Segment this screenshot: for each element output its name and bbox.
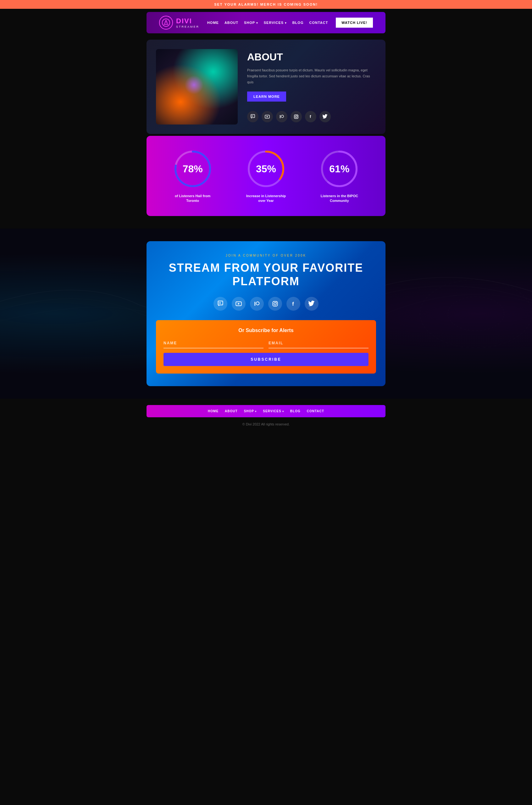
logo-sub: STREAMER [176, 25, 200, 28]
stream-instagram-icon[interactable] [268, 297, 282, 311]
footer-copyright: © Divi 2022 All rights reserved. [0, 417, 532, 431]
svg-marker-28 [238, 303, 240, 305]
banner-text: SET YOUR ALARMS! MERCH IS COMING SOON! [214, 2, 318, 6]
stat-value-1: 78% [183, 163, 203, 175]
svg-point-22 [448, 296, 504, 330]
subscribe-fields [164, 338, 368, 348]
stat-label-1: of Listeners Hail from Toronto [172, 194, 213, 204]
logo-main: DIVI [176, 17, 200, 25]
footer-nav-services[interactable]: SERVICES [263, 409, 284, 413]
stat-label-2: Increase in Listenership over Year [246, 194, 286, 204]
about-image [156, 49, 238, 124]
email-input[interactable] [268, 338, 368, 348]
about-section: ABOUT Praesent faucibus posuere turpis e… [147, 40, 385, 134]
nav-shop[interactable]: SHOP [244, 21, 258, 24]
footer-nav-blog[interactable]: BLOG [290, 409, 301, 413]
stat-item-2: 35% Increase in Listenership over Year [246, 149, 286, 204]
svg-rect-31 [273, 302, 278, 306]
watch-live-button[interactable]: WATCH LIVE! [336, 18, 373, 28]
main-nav: HOME ABOUT SHOP SERVICES BLOG CONTACT [207, 21, 328, 24]
logo: DIVI STREAMER [159, 16, 200, 30]
svg-point-9 [281, 115, 284, 118]
svg-point-32 [274, 303, 277, 305]
stream-title: STREAM FROM YOUR FAVORITE PLATFORM [156, 261, 376, 288]
stream-facebook-icon[interactable]: f [286, 297, 300, 311]
nav-contact[interactable]: CONTACT [309, 21, 328, 24]
svg-point-29 [256, 302, 260, 305]
stat-item-1: 78% of Listeners Hail from Toronto [172, 149, 213, 204]
svg-text:f: f [310, 114, 311, 119]
name-input[interactable] [164, 338, 264, 348]
logo-text: DIVI STREAMER [176, 17, 200, 28]
instagram-icon[interactable] [290, 111, 302, 122]
stat-circle-2: 35% [246, 149, 286, 189]
svg-point-21 [420, 280, 532, 348]
stream-youtube-icon[interactable] [232, 297, 246, 311]
subscribe-box: Or Subscribe for Alerts SUBSCRIBE [156, 320, 376, 373]
subscribe-title: Or Subscribe for Alerts [164, 328, 368, 333]
stat-label-3: Listeners in the BIPOC Community [319, 194, 360, 204]
svg-text:f: f [292, 301, 294, 307]
stream-twitter-icon[interactable] [305, 297, 319, 311]
stat-item-3: 61% Listeners in the BIPOC Community [319, 149, 360, 204]
nav-services[interactable]: SERVICES [264, 21, 287, 24]
nav-about[interactable]: ABOUT [225, 21, 238, 24]
top-banner: SET YOUR ALARMS! MERCH IS COMING SOON! [0, 0, 532, 9]
header: DIVI STREAMER HOME ABOUT SHOP SERVICES B… [147, 12, 385, 33]
footer-nav-about[interactable]: ABOUT [225, 409, 238, 413]
svg-point-13 [297, 115, 298, 116]
about-content: ABOUT Praesent faucibus posuere turpis e… [247, 51, 376, 122]
youtube-icon[interactable] [262, 111, 273, 122]
learn-more-button[interactable]: LEARN MORE [247, 92, 286, 101]
svg-point-12 [295, 116, 297, 118]
subscribe-button[interactable]: SUBSCRIBE [164, 353, 368, 366]
nav-home[interactable]: HOME [207, 21, 219, 24]
svg-marker-8 [267, 116, 268, 117]
footer-nav-shop[interactable]: SHOP [244, 409, 257, 413]
stat-value-2: 35% [256, 163, 276, 175]
twitch-icon[interactable] [247, 111, 259, 122]
footer-nav: HOME ABOUT SHOP SERVICES BLOG CONTACT [147, 405, 385, 417]
logo-icon [159, 16, 173, 30]
footer-nav-home[interactable]: HOME [208, 409, 218, 413]
stat-circle-1: 78% [172, 149, 213, 189]
about-social-icons: f [247, 111, 376, 122]
nav-blog[interactable]: BLOG [292, 21, 304, 24]
footer-nav-contact[interactable]: CONTACT [307, 409, 324, 413]
stat-value-3: 61% [329, 163, 349, 175]
stream-patreon-icon[interactable] [250, 297, 264, 311]
stream-section: JOIN A COMMUNITY OF OVER 200K STREAM FRO… [147, 241, 385, 386]
svg-marker-26 [218, 305, 220, 306]
about-title: ABOUT [247, 51, 376, 63]
stats-section: 78% of Listeners Hail from Toronto 35% I… [147, 136, 385, 216]
twitter-icon[interactable] [320, 111, 331, 122]
facebook-icon[interactable]: f [305, 111, 316, 122]
patreon-icon[interactable] [276, 111, 287, 122]
dark-bg-section: JOIN A COMMUNITY OF OVER 200K STREAM FRO… [0, 229, 532, 399]
stream-subtitle: JOIN A COMMUNITY OF OVER 200K [156, 254, 376, 257]
stat-circle-3: 61% [319, 149, 360, 189]
about-text: Praesent faucibus posuere turpis et dict… [247, 67, 376, 85]
svg-point-33 [276, 302, 277, 303]
stream-social-icons: f [156, 297, 376, 311]
stream-twitch-icon[interactable] [213, 297, 227, 311]
svg-rect-11 [294, 115, 298, 118]
svg-marker-6 [251, 118, 252, 118]
